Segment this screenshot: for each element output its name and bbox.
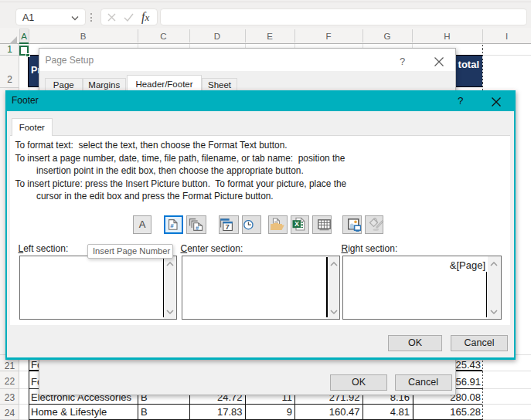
svg-text:X: X [294,220,299,228]
svg-text:7: 7 [226,222,230,231]
svg-text:#: # [170,222,174,229]
